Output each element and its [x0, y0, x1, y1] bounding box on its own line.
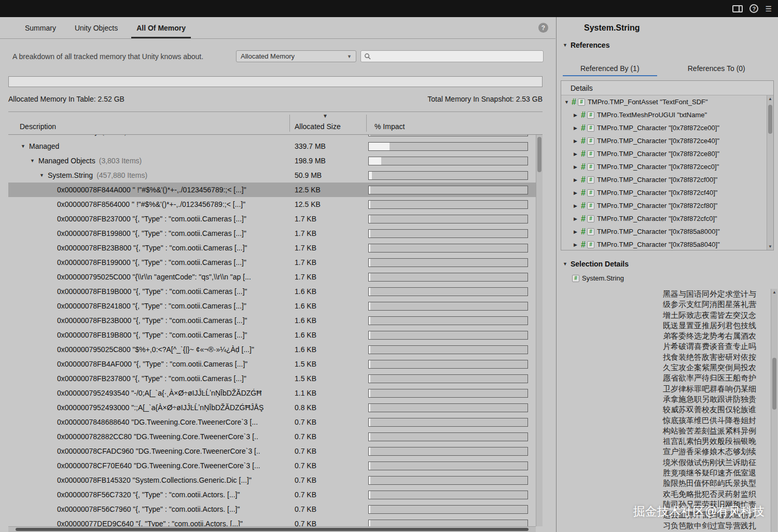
scrollbar-thumb[interactable] — [16, 528, 529, 531]
sort-indicator-icon[interactable]: ▼ — [323, 113, 328, 119]
table-row[interactable]: 0x00000078FB199000 "{, "Type" : "com.oot… — [8, 255, 536, 270]
table-row[interactable]: 0x00000078FB237800 "{, "Type" : "com.oot… — [8, 371, 536, 386]
selection-type-row[interactable]: # System.String — [572, 274, 624, 282]
column-header-allocated-size[interactable]: Allocated Size — [295, 122, 341, 131]
table-row[interactable]: 0x00000078F844A000 " !"#$%&'()*+-,./0123… — [8, 183, 536, 197]
table-row[interactable]: 0x00000078F8564000 " !"#$%&'()*+-,./0123… — [8, 197, 536, 212]
help-icon[interactable]: ? — [538, 23, 548, 33]
expand-icon[interactable]: ▶ — [574, 229, 581, 234]
reference-row[interactable]: ▶##TMPro.TMP_Character "[0x78f85a8000]" — [561, 225, 767, 238]
table-row[interactable]: 0x00000078FB237000 "{, "Type" : "com.oot… — [8, 212, 536, 226]
table-vertical-scrollbar[interactable] — [536, 135, 543, 526]
table-row[interactable]: ▼Managed339.7 MB — [8, 139, 536, 153]
tab-summary[interactable]: Summary — [16, 17, 65, 38]
reference-row[interactable]: ▶##TMPro.TMP_Character "[0x78f872cf40]" — [561, 186, 767, 199]
tab-all-of-memory[interactable]: All Of Memory — [127, 17, 195, 38]
panel-layout-icon[interactable] — [732, 5, 743, 12]
reference-row[interactable]: ▶##TMPro.TextMeshProUGUI "txtName" — [561, 108, 767, 121]
search-field[interactable] — [360, 50, 544, 62]
collapse-icon[interactable]: ▼ — [39, 173, 48, 178]
row-label: 0x00000078FB145320 "System.Collections.G… — [57, 476, 252, 484]
collapse-icon[interactable]: ▼ — [563, 261, 567, 267]
collapse-icon[interactable]: ▼ — [564, 100, 572, 105]
table-row[interactable]: 0x0000007952493000 ":;A[_`a{À×Ø÷øIJĴĿĹʼn… — [8, 400, 536, 415]
expand-icon[interactable]: ▶ — [574, 242, 581, 247]
reference-row[interactable]: ▶##TMPro.TMP_Character "[0x78f872cec0]" — [561, 160, 767, 173]
search-input[interactable] — [373, 52, 540, 60]
table-horizontal-scrollbar[interactable] — [8, 526, 536, 532]
column-divider[interactable] — [289, 115, 290, 132]
total-in-snapshot-label: Total Memory In Snapshot: 2.53 GB — [427, 95, 543, 103]
table-row[interactable]: 0x00000078FB19B000 "{, "Type" : "com.oot… — [8, 284, 536, 299]
scrollbar-thumb[interactable] — [537, 137, 541, 172]
reference-row[interactable]: ▶##TMPro.TMP_Character "[0x78f872ce80]" — [561, 147, 767, 160]
references-foldout[interactable]: ▼ References — [563, 41, 609, 49]
table-row[interactable]: 0x00000078CF70E640 "DG.Tweening.Core.Twe… — [8, 458, 536, 473]
reference-row[interactable]: ▶##TMPro.TMP_Character "[0x78f872cf00]" — [561, 173, 767, 186]
scroll-down-icon[interactable]: ▼ — [767, 243, 773, 250]
impact-bar-fill — [369, 447, 370, 455]
reference-row[interactable]: ▶##TMPro.TMP_Character "[0x78f85a8040]" — [561, 238, 767, 250]
csharp-object-icon: # — [581, 162, 586, 172]
table-row[interactable]: ▼Managed Objects(3,803 Items)198.9 MB — [8, 153, 536, 168]
table-row[interactable]: 0x00000078FB23B800 "{, "Type" : "com.oot… — [8, 241, 536, 255]
table-row[interactable]: 0x00000078F56C7960 "{, "Type" : "com.oot… — [8, 502, 536, 516]
expand-icon[interactable]: ▶ — [574, 190, 581, 195]
expand-icon[interactable]: ▶ — [574, 164, 581, 170]
table-row[interactable]: 0x0000007952493540 "-/0;A[_`a{·¸À×Ø÷øIJĴ… — [8, 386, 536, 400]
reference-label: TMPro.TMP_Character "[0x78f85a8000]" — [597, 228, 720, 235]
table-row[interactable]: ▼System.String(457,880 Items)50.9 MB — [8, 168, 536, 183]
tab-references-to[interactable]: References To (0) — [663, 61, 770, 76]
table-row[interactable]: 0x00000078FB241800 "{, "Type" : "com.oot… — [8, 299, 536, 313]
table-row[interactable]: 0x00000078CFADC960 "DG.Tweening.Core.Twe… — [8, 444, 536, 458]
expand-icon[interactable]: ▶ — [574, 113, 581, 118]
collapse-icon[interactable]: ▼ — [563, 43, 567, 48]
expand-icon[interactable]: ▶ — [574, 177, 581, 183]
table-row[interactable]: 0x000000795025C000 "{\\r\\n "agentCode":… — [8, 270, 536, 284]
tab-referenced-by[interactable]: Referenced By (1) — [557, 61, 663, 76]
menu-icon[interactable]: ☰ — [765, 5, 772, 12]
column-header-description[interactable]: Description — [20, 122, 56, 131]
table-row[interactable]: 0x00000078FB145320 "System.Collections.G… — [8, 473, 536, 487]
help-icon[interactable]: ? — [749, 4, 758, 13]
reference-row[interactable]: ▶##TMPro.TMP_Character "[0x78f872ce40]" — [561, 134, 767, 147]
allocation-filter-dropdown[interactable]: Allocated Memory ▼ — [236, 50, 356, 62]
references-tab-bar: Referenced By (1) References To (0) — [557, 61, 770, 76]
expand-icon[interactable]: ▶ — [574, 125, 581, 131]
collapse-icon[interactable]: ▼ — [30, 158, 38, 163]
table-row[interactable]: 0x00000078FB23B000 "{, "Type" : "com.oot… — [8, 313, 536, 328]
selection-details-foldout[interactable]: ▼ Selection Details — [563, 260, 629, 268]
table-row[interactable]: 0x00000078FB199800 "{, "Type" : "com.oot… — [8, 226, 536, 241]
csharp-type-icon: # — [587, 189, 594, 197]
table-row[interactable]: 0x00000078FB4AF000 "{, "Type" : "com.oot… — [8, 357, 536, 371]
reference-row[interactable]: ▶##TMPro.TMP_Character "[0x78f872cf80]" — [561, 199, 767, 212]
table-row[interactable]: 0x0000007848688640 "DG.Tweening.Core.Twe… — [8, 415, 536, 429]
references-scrollbar[interactable]: ▲ ▼ — [767, 95, 773, 250]
scrollbar-thumb[interactable] — [772, 358, 776, 410]
references-details-box: Details ▼##TMPro.TMP_FontAsset "TextFont… — [561, 80, 774, 250]
scrollbar-thumb[interactable] — [768, 105, 772, 134]
preview-scrollbar[interactable]: ▲ — [771, 289, 777, 532]
table-row[interactable]: 0x000000782882CC80 "DG.Tweening.Core.Twe… — [8, 429, 536, 444]
row-impact-cell — [366, 374, 536, 383]
table-row[interactable]: 0x00000078F56C7320 "{, "Type" : "com.oot… — [8, 487, 536, 502]
expand-icon[interactable]: ▶ — [574, 138, 581, 144]
expand-icon[interactable]: ▶ — [574, 216, 581, 221]
table-row[interactable]: 0x00000078FB19B800 "{, "Type" : "com.oot… — [8, 328, 536, 342]
scroll-up-icon[interactable]: ▲ — [771, 289, 777, 296]
reference-row[interactable]: ▶##TMPro.TMP_Character "[0x78f872ce00]" — [561, 121, 767, 134]
tab-unity-objects[interactable]: Unity Objects — [65, 17, 127, 38]
table-row[interactable]: 0x000000795025C800 "$%+,0:<?A[^_`{|}~ ¢«… — [8, 342, 536, 357]
expand-icon[interactable]: ▶ — [574, 151, 581, 157]
column-divider[interactable] — [366, 115, 367, 132]
csharp-type-icon: # — [587, 241, 594, 248]
reference-row[interactable]: ▼##TMPro.TMP_FontAsset "TextFont_SDF" — [561, 95, 767, 108]
collapse-icon[interactable]: ▼ — [21, 144, 29, 149]
scroll-up-icon[interactable]: ▲ — [767, 95, 773, 102]
expand-icon[interactable]: ▶ — [574, 203, 581, 208]
reference-row[interactable]: ▶##TMPro.TMP_Character "[0x78f872cfc0]" — [561, 212, 767, 225]
column-header-impact[interactable]: % Impact — [374, 122, 405, 131]
table-row[interactable]: 0x00000077DED9C640 "{, "Type" : "com.oot… — [8, 516, 536, 526]
table-row[interactable]: ▼Texture2DArray(1 Item)16.0 KB — [8, 135, 536, 139]
impact-bar — [368, 229, 528, 238]
